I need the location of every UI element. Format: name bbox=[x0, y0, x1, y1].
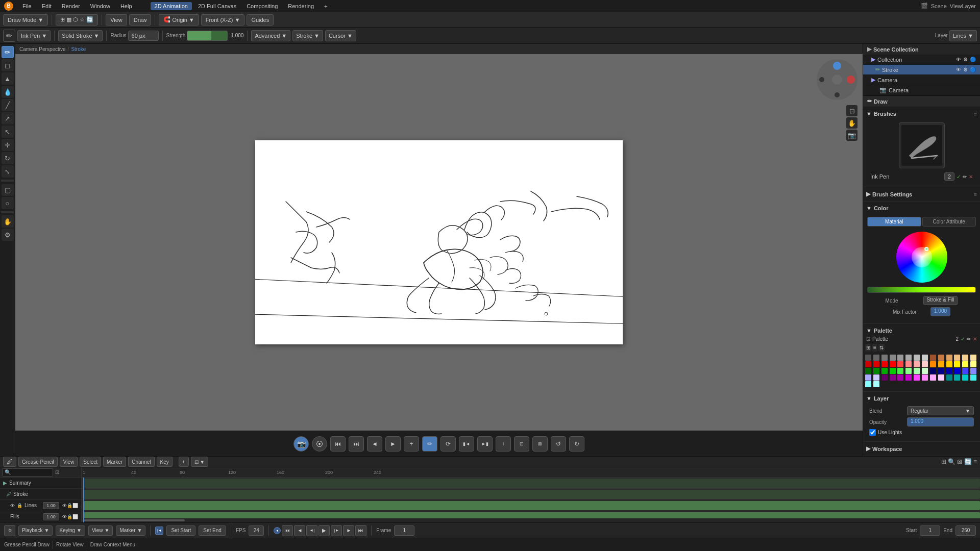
btn-sqr3[interactable]: I bbox=[496, 436, 511, 452]
tab-add[interactable]: + bbox=[320, 2, 331, 10]
palette-color-4[interactable] bbox=[897, 355, 903, 361]
palette-color-32[interactable] bbox=[897, 368, 903, 374]
strength-bar[interactable] bbox=[187, 31, 228, 41]
palette-color-34[interactable] bbox=[914, 368, 920, 374]
tool-eyedropper[interactable]: 💧 bbox=[2, 86, 14, 98]
btn-sqr2[interactable]: ►▮ bbox=[477, 436, 493, 452]
palette-color-47[interactable] bbox=[905, 374, 912, 381]
btn-dot[interactable]: ⦿ bbox=[312, 436, 327, 452]
brush-check-icon[interactable]: ✓ bbox=[957, 174, 961, 180]
palette-color-20[interactable] bbox=[914, 361, 920, 367]
btn-sqr5[interactable]: ⊠ bbox=[532, 436, 548, 452]
frame-indicator[interactable] bbox=[83, 478, 84, 522]
palette-color-39[interactable] bbox=[954, 368, 960, 374]
timeline-mode-btn[interactable]: ⊡ ▼ bbox=[191, 457, 209, 467]
btn-sqr4[interactable]: ⊡ bbox=[514, 436, 529, 452]
pb-next-keyframe[interactable]: |► bbox=[331, 525, 342, 536]
palette-color-42[interactable] bbox=[865, 374, 871, 381]
tools-toggle-btn[interactable]: ⚙ bbox=[4, 525, 15, 536]
palette-color-56[interactable] bbox=[865, 381, 871, 387]
timeline-tool-icon[interactable]: 🖊 bbox=[3, 457, 16, 467]
palette-edit-icon[interactable]: ✏ bbox=[967, 336, 971, 342]
btn-undo[interactable]: ↺ bbox=[551, 436, 566, 452]
palette-color-6[interactable] bbox=[914, 355, 920, 361]
palette-color-52[interactable] bbox=[946, 374, 952, 381]
workspace-header[interactable]: ▶ Workspace bbox=[863, 444, 980, 454]
palette-color-44[interactable] bbox=[881, 374, 888, 381]
palette-delete-icon[interactable]: ✕ bbox=[973, 336, 977, 342]
viewport-pan[interactable]: ✋ bbox=[846, 117, 857, 129]
end-frame-input[interactable] bbox=[955, 525, 976, 536]
menu-window[interactable]: Window bbox=[86, 2, 114, 10]
timeline-marker[interactable]: Marker bbox=[103, 457, 126, 467]
palette-color-36[interactable] bbox=[930, 368, 936, 374]
draw-mode-dropdown[interactable]: Draw Mode ▼ bbox=[3, 14, 48, 26]
view-dropdown-pb[interactable]: View ▼ bbox=[88, 525, 113, 536]
palette-color-26[interactable] bbox=[962, 361, 968, 367]
eye-icon-stroke[interactable]: 👁 bbox=[956, 67, 961, 72]
palette-grid[interactable] bbox=[863, 353, 980, 389]
palette-color-17[interactable] bbox=[890, 361, 896, 367]
tab-2d-full-canvas[interactable]: 2D Full Canvas bbox=[194, 2, 240, 10]
palette-color-57[interactable] bbox=[873, 381, 879, 387]
menu-file[interactable]: File bbox=[18, 2, 36, 10]
tab-2d-animation[interactable]: 2D Animation bbox=[151, 2, 192, 10]
palette-color-25[interactable] bbox=[954, 361, 960, 367]
palette-color-2[interactable] bbox=[881, 355, 888, 361]
canvas-container[interactable]: ⊡ ✋ 📷 bbox=[15, 54, 863, 431]
palette-color-27[interactable] bbox=[970, 361, 976, 367]
palette-color-18[interactable] bbox=[897, 361, 903, 367]
palette-color-49[interactable] bbox=[922, 374, 928, 381]
brush-edit-icon[interactable]: ✏ bbox=[963, 174, 967, 180]
palette-color-21[interactable] bbox=[922, 361, 928, 367]
brushes-header[interactable]: ▼ Brushes ≡ bbox=[863, 109, 980, 118]
palette-color-48[interactable] bbox=[914, 374, 920, 381]
viewport-icon-collection[interactable]: ⚙ bbox=[963, 57, 968, 62]
palette-color-5[interactable] bbox=[905, 355, 912, 361]
palette-list-icon[interactable]: ≡ bbox=[872, 344, 877, 352]
palette-color-9[interactable] bbox=[938, 355, 944, 361]
layer-dropdown[interactable]: Lines ▼ bbox=[949, 30, 977, 41]
radius-input[interactable] bbox=[128, 31, 159, 41]
mode-value[interactable]: Stroke & Fill bbox=[923, 296, 958, 305]
palette-color-54[interactable] bbox=[962, 374, 968, 381]
viewport-right-tools[interactable]: ⊡ ✋ 📷 bbox=[846, 105, 857, 141]
scrollbar-thumb[interactable] bbox=[83, 519, 185, 521]
palette-color-22[interactable] bbox=[930, 361, 936, 367]
palette-color-3[interactable] bbox=[890, 355, 896, 361]
tree-camera-group[interactable]: ▶ Camera bbox=[863, 75, 980, 85]
bs-settings-icon[interactable]: ≡ bbox=[974, 191, 977, 197]
tool-draw[interactable]: ✏ bbox=[2, 46, 14, 58]
palette-color-53[interactable] bbox=[954, 374, 960, 381]
pb-jump-start[interactable]: ⏮ bbox=[282, 525, 293, 536]
timeline-search-input[interactable] bbox=[2, 468, 53, 477]
opacity-value[interactable]: 1.000 bbox=[907, 417, 974, 427]
color-header[interactable]: ▼ Color bbox=[863, 204, 980, 213]
palette-color-38[interactable] bbox=[946, 368, 952, 374]
brushes-settings-icon[interactable]: ≡ bbox=[974, 111, 977, 117]
timeline-scrollbar[interactable] bbox=[82, 518, 980, 522]
palette-color-43[interactable] bbox=[873, 374, 879, 381]
fills-icons[interactable]: 👁🔒⬜ bbox=[62, 514, 78, 519]
mix-factor-value[interactable]: 1.000 bbox=[930, 307, 950, 316]
track-fills[interactable]: Fills 👁🔒⬜ bbox=[0, 511, 81, 522]
palette-color-7[interactable] bbox=[922, 355, 928, 361]
viewport-camera[interactable]: 📷 bbox=[846, 130, 857, 141]
menu-help[interactable]: Help bbox=[116, 2, 136, 10]
timeline-right-panel[interactable]: 1 40 80 120 160 200 240 bbox=[82, 467, 980, 522]
palette-header[interactable]: ▼ Palette bbox=[863, 326, 980, 335]
toolbar-icons-group[interactable]: ⊞▦⬡☆🔄 bbox=[56, 14, 98, 26]
keying-dropdown[interactable]: Keying ▼ bbox=[56, 525, 85, 536]
btn-rewind[interactable]: ⏮ bbox=[330, 436, 346, 452]
tool-cursor[interactable]: ↖ bbox=[2, 126, 14, 138]
palette-color-31[interactable] bbox=[890, 368, 896, 374]
start-frame-input[interactable] bbox=[920, 525, 940, 536]
tool-fill[interactable]: ▲ bbox=[2, 72, 14, 85]
timeline-view[interactable]: View bbox=[60, 457, 78, 467]
brush-type-dropdown[interactable]: Solid Stroke ▼ bbox=[58, 30, 103, 41]
view-btn[interactable]: View bbox=[106, 14, 127, 26]
palette-color-19[interactable] bbox=[905, 361, 912, 367]
palette-color-45[interactable] bbox=[890, 374, 896, 381]
palette-color-41[interactable] bbox=[970, 368, 976, 374]
palette-color-8[interactable] bbox=[930, 355, 936, 361]
